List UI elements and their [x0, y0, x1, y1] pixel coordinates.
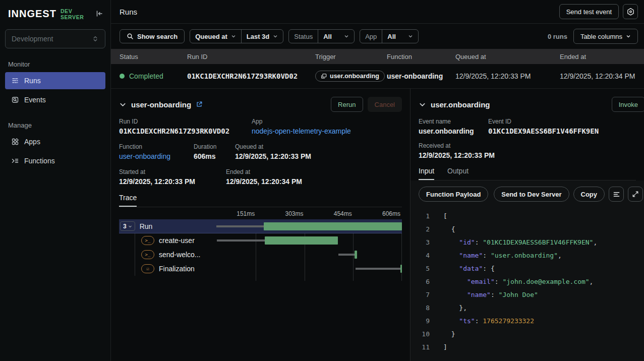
expand-button[interactable]	[628, 187, 643, 202]
trace-row[interactable]: 3Run	[119, 219, 402, 233]
send-test-event-button[interactable]: Send test event	[559, 4, 619, 19]
sidebar-collapse-icon[interactable]	[95, 10, 103, 18]
line-number: 1	[419, 210, 430, 223]
tab-trace[interactable]: Trace	[119, 194, 137, 207]
invoke-button[interactable]: Invoke	[612, 97, 644, 112]
line-number: 10	[419, 328, 430, 341]
trace-duration-bar	[400, 265, 402, 273]
trace-wait-line	[338, 254, 355, 256]
line-number: 11	[419, 341, 430, 354]
cancel-button[interactable]: Cancel	[368, 97, 402, 112]
trace-wait-line	[356, 268, 400, 270]
timeline-label: 303ms	[285, 210, 305, 217]
functions-icon	[11, 157, 19, 165]
trace-wait-line	[217, 239, 265, 242]
send-to-dev-server-button[interactable]: Send to Dev Server	[494, 187, 569, 202]
queued-at-cell: 12/9/2025, 12:20:33 PM	[455, 72, 560, 80]
app-link[interactable]: nodejs-open-telemetry-example	[252, 127, 351, 135]
duration-value: 606ms	[194, 152, 235, 160]
filter-bar: Show search Queued at Last 3d Status All	[111, 24, 644, 49]
tab-input[interactable]: Input	[419, 167, 434, 180]
run-id-cell: 01KC1DEXCHR2N617Z93RK0VD02	[187, 72, 315, 80]
manage-section-label: Manage	[8, 122, 102, 129]
time-filter-group: Queued at Last 3d	[190, 29, 283, 43]
trace-wait-line	[216, 225, 264, 227]
timeline-label: 454ms	[334, 210, 354, 217]
step-check-icon: ☑	[141, 264, 154, 273]
trace-row[interactable]: ☑Finalization	[119, 262, 402, 276]
trace-duration-bar	[265, 236, 338, 245]
column-header-ended-at: Ended at	[560, 53, 644, 61]
settings-button[interactable]	[623, 4, 638, 19]
external-link-icon[interactable]	[196, 101, 203, 108]
time-range-dropdown[interactable]: Last 3d	[241, 30, 283, 43]
code-lines: 1[2 {3 "id": "01KC1DEX9AESS6BF1V46FFK9EN…	[419, 210, 636, 354]
environment-select[interactable]: Development	[5, 29, 105, 48]
trace-tabs: Trace	[119, 194, 402, 207]
step-terminal-icon: >_	[141, 250, 154, 259]
sidebar-item-events[interactable]: Events	[5, 91, 105, 108]
trace-row[interactable]: >_send-welco...	[119, 248, 402, 262]
received-at-label: Received at	[419, 142, 495, 149]
chevron-down-icon	[273, 34, 278, 39]
rerun-button[interactable]: Rerun	[331, 97, 363, 112]
payload-section: Function Payload Send to Dev Server Copy	[411, 180, 644, 361]
payload-toolbar: Function Payload Send to Dev Server Copy	[419, 187, 636, 202]
event-detail-panel: user.onboarding Invoke Event name user.o…	[410, 89, 644, 361]
code-line: 4 "name": "user.onboarding",	[419, 249, 636, 262]
word-wrap-button[interactable]	[609, 187, 624, 202]
page-title: Runs	[120, 8, 137, 16]
timeline-label: 151ms	[237, 210, 256, 217]
status-filter-label: Status	[289, 30, 318, 43]
trigger-pill[interactable]: user.onboarding	[315, 71, 385, 82]
tab-output[interactable]: Output	[447, 167, 469, 179]
tree-connector-line	[135, 233, 135, 276]
code-line: 5 "data": {	[419, 262, 636, 275]
show-search-button[interactable]: Show search	[120, 29, 185, 43]
span-count-badge[interactable]: 3	[120, 221, 135, 231]
trace-rows: 3Run>_create-user>_send-welco...☑Finaliz…	[119, 219, 402, 276]
collapse-run-chevron-icon[interactable]	[119, 101, 127, 108]
queued-at-dropdown[interactable]: Queued at	[190, 30, 241, 43]
code-line: 1[	[419, 210, 636, 223]
app-filter-dropdown[interactable]: All	[382, 30, 418, 43]
copy-button[interactable]: Copy	[573, 187, 605, 202]
status-filter-dropdown[interactable]: All	[318, 30, 354, 43]
code-line: 8 },	[419, 302, 636, 315]
sidebar-item-runs[interactable]: Runs	[5, 72, 105, 89]
line-number: 3	[419, 236, 430, 249]
trace-step-label: create-user	[159, 236, 195, 245]
function-link[interactable]: user-onboarding	[119, 152, 194, 160]
event-title: user.onboarding	[431, 100, 490, 109]
received-at-value: 12/9/2025, 12:20:33 PM	[419, 151, 495, 159]
line-number: 2	[419, 223, 430, 236]
app-filter-label: App	[360, 30, 382, 43]
code-line: 2 {	[419, 223, 636, 236]
trace-row[interactable]: >_create-user	[119, 233, 402, 248]
trace-duration-bar	[355, 251, 357, 259]
sidebar-item-label: Apps	[24, 138, 40, 146]
line-number: 9	[419, 315, 430, 328]
trace-step-label: Finalization	[159, 265, 195, 273]
duration-label: Duration	[194, 143, 235, 150]
table-columns-dropdown[interactable]: Table columns	[573, 29, 638, 44]
function-payload-button[interactable]: Function Payload	[419, 187, 488, 202]
runs-count: 0 runs	[548, 33, 567, 40]
monitor-section-label: Monitor	[8, 61, 102, 68]
code-line: 9 "ts": 1765279233322	[419, 315, 636, 328]
ended-at-value: 12/9/2025, 12:20:34 PM	[226, 177, 302, 186]
collapse-event-chevron-icon[interactable]	[419, 101, 426, 108]
run-detail-panel: user-onboarding Rerun Cancel Run ID 01KC…	[111, 89, 410, 361]
logo-row: INNGEST DEV SERVER	[0, 0, 110, 25]
function-label: Function	[119, 143, 194, 150]
app-label: App	[252, 118, 351, 125]
detail-split: user-onboarding Rerun Cancel Run ID 01KC…	[111, 89, 644, 361]
trigger-cell: user.onboarding	[315, 71, 387, 82]
table-row[interactable]: Completed 01KC1DEXCHR2N617Z93RK0VD02 use…	[111, 64, 644, 89]
sidebar-item-functions[interactable]: Functions	[5, 152, 105, 169]
trace-timeline: 151ms303ms454ms606ms	[208, 210, 402, 219]
word-wrap-icon	[613, 191, 620, 198]
event-icon	[321, 73, 327, 79]
sidebar-item-apps[interactable]: Apps	[5, 133, 105, 150]
line-number: 8	[419, 302, 430, 315]
